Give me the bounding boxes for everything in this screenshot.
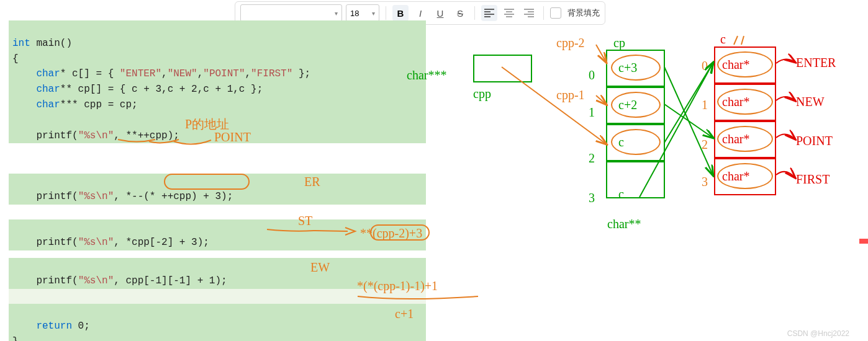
str-enter: "ENTER": [120, 68, 161, 79]
bold-label: B: [397, 8, 404, 19]
cp-cell-3: [606, 161, 665, 198]
font-size-value: 18: [350, 9, 359, 18]
str-point: POINT: [796, 134, 833, 148]
str-new: NEW: [796, 95, 825, 109]
kw-int: int: [12, 38, 30, 49]
label-cpp-m2: cpp-2: [556, 36, 585, 50]
divider: [474, 6, 475, 20]
str-first: "FIRST": [251, 68, 292, 79]
align-right-icon: [524, 9, 534, 17]
label-c: c: [720, 32, 726, 46]
chevron-down-icon: ▾: [372, 10, 375, 17]
ridx3: 3: [702, 175, 708, 189]
circle-c1: [717, 89, 773, 115]
code-text: printf(: [12, 275, 78, 286]
circle-c2: [717, 126, 773, 152]
strike-label: S: [457, 8, 463, 19]
chevron-down-icon: ▾: [335, 10, 338, 17]
str-first: FIRST: [796, 172, 830, 187]
bold-button[interactable]: B: [392, 5, 409, 21]
code-text: printf(: [12, 191, 78, 202]
align-right-button[interactable]: [521, 5, 537, 21]
cp3-val: c: [618, 187, 624, 202]
code-text: printf(: [12, 237, 78, 248]
str-fmt: "%s\n": [78, 237, 114, 248]
kw-return: return: [36, 321, 72, 332]
label-char2: char**: [607, 217, 641, 231]
str-fmt: "%s\n": [78, 275, 114, 286]
strike-button[interactable]: S: [452, 5, 468, 21]
idx0: 0: [589, 68, 595, 82]
pointer-diagram: char*** cpp cp cpp-2 cpp-1 0 1 2 3 c+3 c…: [404, 31, 863, 322]
underline-label: U: [437, 8, 444, 19]
italic-button[interactable]: I: [412, 5, 428, 21]
svg-line-1: [596, 45, 606, 62]
idx1: 1: [589, 105, 595, 120]
idx2: 2: [589, 151, 595, 166]
kw-char: char: [36, 99, 60, 110]
ridx0: 0: [702, 59, 708, 73]
align-center-icon: [504, 9, 514, 17]
label-cp: cp: [613, 36, 625, 50]
align-center-button[interactable]: [501, 5, 517, 21]
code-text: ** cp[] = { c + 3,c + 2,c + 1,c };: [60, 84, 263, 95]
str-enter: ENTER: [796, 56, 836, 70]
underline-button[interactable]: U: [432, 5, 448, 21]
code-block-4: printf("%s\n", cpp[-1][-1] + 1); return …: [9, 258, 426, 341]
divider: [386, 6, 386, 20]
font-size-select[interactable]: 18 ▾: [346, 4, 379, 22]
str-point: "POINT": [203, 68, 245, 79]
svg-line-3: [664, 67, 713, 175]
circle-c0: [717, 51, 773, 78]
watermark: CSDN @Hncj2022: [787, 329, 849, 338]
code-text: , *cpp[-2] + 3);: [114, 237, 209, 248]
str-new: "NEW": [168, 68, 197, 79]
bg-fill-checkbox[interactable]: [550, 7, 561, 19]
code-text: , *--(* ++cpp) + 3);: [114, 191, 233, 202]
align-left-icon: [484, 9, 494, 17]
code-text: };: [292, 68, 310, 79]
code-text: *** cpp = cp;: [60, 99, 138, 110]
circle-cp0: [611, 55, 661, 81]
divider: [543, 6, 544, 20]
code-block-1: int main() { char* c[] = { "ENTER","NEW"…: [9, 20, 426, 143]
circle-c3: [717, 163, 773, 189]
str-fmt: "%s\n": [78, 191, 114, 202]
ridx1: 1: [702, 98, 708, 112]
circle-cp1: [611, 92, 661, 118]
circle-expr-2: [164, 174, 250, 190]
code-block-3: printf("%s\n", *cpp[-2] + 3);: [9, 219, 426, 250]
kw-char: char: [36, 84, 60, 95]
code-text: * c[] = {: [60, 68, 120, 79]
kw-char: char: [36, 68, 60, 79]
code-text: , cpp[-1][-1] + 1);: [114, 275, 227, 286]
label-cpp: cpp: [473, 87, 491, 101]
str-fmt: "%s\n": [78, 130, 114, 141]
label-char3: char***: [407, 68, 446, 82]
bg-fill-label: 背景填充: [567, 7, 600, 19]
circle-cp2: [611, 129, 661, 155]
code-text: , **++cpp);: [114, 130, 179, 141]
code-text: printf(: [12, 130, 78, 141]
italic-label: I: [419, 8, 422, 19]
label-cpp-m1: cpp-1: [556, 88, 585, 102]
idx3: 3: [589, 191, 595, 205]
scroll-marker: [859, 239, 868, 244]
font-family-select[interactable]: ▾: [240, 4, 342, 22]
cpp-box: [473, 55, 532, 82]
align-left-button[interactable]: [481, 5, 497, 21]
ridx2: 2: [702, 138, 708, 152]
svg-line-2: [596, 95, 606, 104]
code-text: [12, 321, 36, 332]
